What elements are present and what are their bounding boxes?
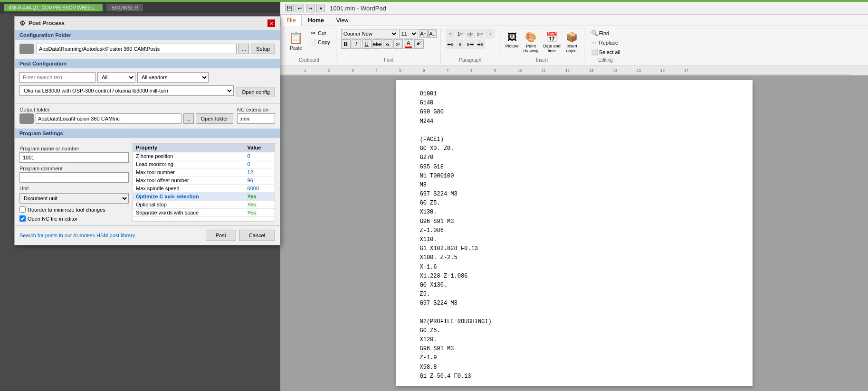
tab-home[interactable]: Home bbox=[302, 15, 330, 26]
open-config-button[interactable]: Open config bbox=[237, 87, 275, 97]
indent-decrease-button[interactable]: ◁≡ bbox=[466, 29, 475, 38]
tab-file[interactable]: File bbox=[280, 15, 302, 26]
copy-button[interactable]: 📄 Copy bbox=[308, 38, 332, 47]
svg-text:6: 6 bbox=[423, 68, 425, 73]
machine-select[interactable]: Okuma LB3000 with OSP-300 control / okum… bbox=[19, 85, 234, 96]
table-row[interactable]: Separate words with spaceYes bbox=[133, 209, 275, 217]
replace-button[interactable]: ↔ Replace bbox=[589, 38, 622, 47]
all-filter-select[interactable]: All bbox=[97, 72, 135, 83]
paste-button[interactable]: 📋 Paste bbox=[286, 29, 306, 52]
strikethrough-button[interactable]: abc bbox=[372, 39, 382, 49]
property-value: Yes bbox=[245, 201, 275, 209]
picture-label: Picture bbox=[506, 44, 519, 48]
cut-button[interactable]: ✂ Cut bbox=[308, 29, 332, 37]
datetime-label: Date andtime bbox=[543, 44, 561, 53]
tab-view[interactable]: View bbox=[330, 15, 355, 26]
italic-button[interactable]: I bbox=[352, 39, 361, 49]
save-icon[interactable]: 💾 bbox=[285, 4, 294, 12]
indent-increase-button[interactable]: ▷≡ bbox=[476, 29, 485, 38]
vendors-select[interactable]: All vendors bbox=[137, 72, 209, 83]
align-center-button[interactable]: ≡ bbox=[456, 39, 465, 49]
output-path-input[interactable] bbox=[36, 113, 181, 124]
config-path-input[interactable] bbox=[37, 44, 237, 54]
picture-icon: 🖼 bbox=[506, 30, 519, 44]
document-content[interactable]: O1001 G140 G90 G80 M244 (FACE1) G0 X0. Z… bbox=[420, 90, 729, 381]
open-nc-checkbox[interactable] bbox=[19, 215, 26, 222]
undo-icon[interactable]: ↩ bbox=[296, 4, 304, 12]
find-icon: 🔍 bbox=[591, 30, 598, 37]
reorder-checkbox[interactable] bbox=[19, 206, 26, 213]
paint-drawing-button[interactable]: 🎨 Paintdrawing bbox=[522, 29, 540, 55]
font-name-select[interactable]: Courier New bbox=[341, 29, 398, 38]
svg-text:3: 3 bbox=[352, 68, 354, 73]
font-size-increase-button[interactable]: A↑ bbox=[419, 29, 428, 38]
properties-table-wrapper: Property Value Z home position0Load moni… bbox=[133, 143, 275, 219]
program-comment-label: Program comment bbox=[19, 166, 129, 171]
date-time-button[interactable]: 📅 Date andtime bbox=[542, 29, 562, 55]
nc-ext-input[interactable] bbox=[237, 113, 275, 124]
hsm-library-link[interactable]: Search for posts in our Autodesk HSM pos… bbox=[19, 233, 135, 238]
list-numbers-button[interactable]: 1≡ bbox=[456, 29, 465, 38]
program-name-input[interactable] bbox=[19, 152, 129, 163]
highlight-color-button[interactable]: 🖌 bbox=[414, 39, 424, 49]
table-row[interactable]: Load monitoring0 bbox=[133, 160, 275, 168]
ribbon-group-clipboard: 📋 Paste ✂ Cut 📄 Copy bbox=[282, 28, 336, 64]
subscript-button[interactable]: x₂ bbox=[383, 39, 392, 49]
table-row[interactable]: Optimize C axis selectionYes bbox=[133, 193, 275, 201]
table-row[interactable]: Max tool number12 bbox=[133, 168, 275, 177]
font-row2: B I U abc x₂ x² A 🖌 bbox=[341, 39, 437, 49]
cancel-button[interactable]: Cancel bbox=[239, 230, 275, 241]
find-button[interactable]: 🔍 Find bbox=[589, 29, 622, 37]
picture-button[interactable]: 🖼 Picture bbox=[504, 29, 520, 50]
property-value: Yes bbox=[245, 193, 275, 201]
svg-text:17: 17 bbox=[684, 68, 688, 73]
property-name: Max tool number bbox=[133, 168, 245, 177]
select-all-icon: ⬜ bbox=[591, 49, 598, 56]
superscript-button[interactable]: x² bbox=[393, 39, 403, 49]
tab-browser[interactable]: BROWSER bbox=[106, 4, 143, 11]
editor-area[interactable]: O1001 G140 G90 G80 M244 (FACE1) G0 X0. Z… bbox=[280, 75, 868, 391]
output-browse-button[interactable]: … bbox=[183, 113, 194, 124]
search-input[interactable] bbox=[19, 72, 95, 83]
post-button[interactable]: Post bbox=[206, 230, 236, 241]
table-row[interactable]: Max tool offset number96 bbox=[133, 177, 275, 185]
select-all-button[interactable]: ⬜ Select all bbox=[589, 48, 622, 56]
property-value: 0 bbox=[245, 160, 275, 168]
bold-button[interactable]: B bbox=[341, 39, 351, 49]
wordpad-title: 1001.min - WordPad bbox=[330, 5, 386, 12]
font-size-decrease-button[interactable]: A↓ bbox=[428, 29, 437, 38]
align-left-button[interactable]: ⬅≡ bbox=[446, 39, 455, 49]
line-spacing-button[interactable]: ↕ bbox=[486, 29, 495, 38]
program-comment-input[interactable] bbox=[19, 172, 129, 183]
insert-object-button[interactable]: 📦 Insertobject bbox=[564, 29, 580, 55]
config-path-icon bbox=[19, 44, 34, 54]
svg-text:10: 10 bbox=[518, 68, 522, 73]
dialog-titlebar: ⚙ Post Process ✕ bbox=[15, 17, 280, 30]
align-right-button[interactable]: ≡➡ bbox=[466, 39, 475, 49]
redo-icon[interactable]: ↪ bbox=[306, 4, 315, 12]
config-browse-button[interactable]: … bbox=[238, 44, 249, 54]
ribbon-tabs: File Home View bbox=[280, 15, 868, 26]
table-row[interactable]: Max spindle speed6000 bbox=[133, 185, 275, 193]
text-color-button[interactable]: A bbox=[404, 39, 413, 49]
align-justify-button[interactable]: ⬌≡ bbox=[476, 39, 485, 49]
customize-icon[interactable]: ▾ bbox=[316, 4, 325, 12]
post-process-dialog: ⚙ Post Process ✕ Configuration Folder … … bbox=[14, 16, 280, 245]
output-folder-label: Output folder bbox=[19, 107, 233, 112]
property-name: Show notes bbox=[133, 217, 245, 220]
open-folder-button[interactable]: Open folder bbox=[196, 113, 233, 124]
unit-select[interactable]: Document unit bbox=[19, 193, 129, 204]
property-value: 0 bbox=[245, 152, 275, 160]
table-row[interactable]: Z home position0 bbox=[133, 152, 275, 160]
table-row[interactable]: Show notesNo bbox=[133, 217, 275, 220]
document-page: O1001 G140 G90 G80 M244 (FACE1) G0 X0. Z… bbox=[396, 80, 753, 386]
col-property: Property bbox=[133, 143, 245, 152]
list-bullets-button[interactable]: ≡ bbox=[446, 29, 455, 38]
dialog-close-button[interactable]: ✕ bbox=[267, 19, 275, 27]
tab-compressor-wheel[interactable]: 036-R-446-Q1_COMPRESSOR WHEEL... bbox=[4, 4, 103, 11]
setup-button[interactable]: Setup bbox=[251, 44, 275, 54]
para-row1: ≡ 1≡ ◁≡ ▷≡ ↕ bbox=[446, 29, 495, 38]
underline-button[interactable]: U bbox=[362, 39, 372, 49]
table-row[interactable]: Optional stopYes bbox=[133, 201, 275, 209]
font-size-select[interactable]: 11 bbox=[399, 29, 418, 38]
